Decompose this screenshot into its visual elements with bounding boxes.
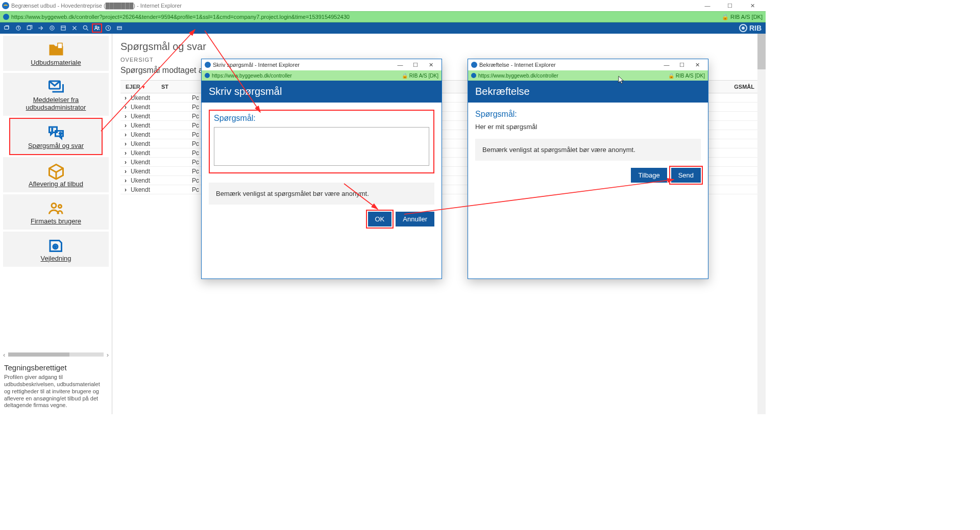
popup2-close-button[interactable]: ✕ (690, 60, 705, 70)
popup1-close-button[interactable]: ✕ (423, 60, 438, 70)
svg-rect-0 (5, 27, 9, 30)
toolbar-btn-4[interactable] (36, 23, 46, 33)
ok-button[interactable]: OK (368, 212, 392, 226)
popup2-url: https://www.byggeweb.dk/controller (478, 73, 668, 79)
expand-icon[interactable]: › (120, 186, 131, 193)
toolbar-btn-5[interactable] (47, 23, 57, 33)
popup1-url: https://www.byggeweb.dk/controller (212, 73, 402, 79)
popup-confirm: Bekræftelse - Internet Explorer — ☐ ✕ ht… (468, 59, 708, 279)
popup1-notice: Bemærk venligst at spørgsmålet bør være … (209, 183, 434, 205)
page-title: Spørgsmål og svar (112, 34, 766, 55)
users-icon (47, 199, 65, 216)
expand-icon[interactable]: › (120, 113, 131, 120)
back-button[interactable]: Tilbage (631, 168, 667, 183)
question-textarea[interactable] (214, 127, 429, 166)
toolbar-btn-8[interactable] (81, 23, 91, 33)
app-toolbar: RIB (0, 22, 766, 34)
help-icon: ? (47, 237, 65, 253)
popup1-address-bar: https://www.byggeweb.dk/controller 🔒 RIB… (202, 70, 442, 81)
maximize-button[interactable]: ☐ (719, 1, 741, 11)
cell-owner: Ukendt (131, 186, 192, 193)
address-bar: https://www.byggeweb.dk/controller?proje… (0, 11, 766, 22)
popup2-max-button[interactable]: ☐ (674, 60, 690, 70)
expand-icon[interactable]: › (120, 168, 131, 175)
expand-icon[interactable]: › (120, 140, 131, 147)
svg-point-14 (52, 203, 56, 208)
popup2-label: Spørgsmål: (475, 110, 701, 119)
ie-logo-icon (471, 62, 477, 68)
qaspeech-icon: !? (47, 124, 65, 140)
lock-icon: 🔒 (668, 73, 674, 79)
brand: RIB (739, 24, 762, 32)
toolbar-btn-11[interactable] (114, 23, 125, 33)
question-input-frame: Spørgsmål: (209, 110, 434, 173)
col-ejer[interactable]: EJER▼ (120, 84, 161, 90)
popup1-min-button[interactable]: — (393, 60, 408, 70)
sidebar-item-label: Vejledning (6, 255, 106, 263)
sidebar-item-label: Meddelelser fra udbudsadministrator (6, 96, 106, 112)
expand-icon[interactable]: › (120, 149, 131, 157)
toolbar-btn-2[interactable] (13, 23, 23, 33)
toolbar-btn-10[interactable] (103, 23, 113, 33)
sidebar-item-label: Firmaets brugere (6, 218, 106, 225)
sidebar-item-4[interactable]: Firmaets brugere (3, 194, 109, 230)
expand-icon[interactable]: › (120, 122, 131, 129)
ie-logo-icon (2, 2, 9, 9)
toolbar-btn-3[interactable] (24, 23, 35, 33)
svg-text:?: ? (59, 131, 62, 136)
toolbar-btn-write-question[interactable] (92, 23, 102, 33)
popup2-sample-text: Her er mit spørgsmål (475, 123, 701, 131)
close-button[interactable]: ✕ (741, 1, 764, 11)
expand-icon[interactable]: › (120, 94, 131, 102)
toolbar-btn-1[interactable] (2, 23, 12, 33)
scroll-left-icon[interactable]: ‹ (3, 351, 5, 359)
svg-rect-4 (61, 26, 65, 30)
window-title: Begrænset udbud - Hovedentreprise (█████… (11, 3, 182, 9)
toolbar-btn-7[interactable] (69, 23, 80, 33)
svg-point-7 (98, 27, 99, 28)
expand-icon[interactable]: › (120, 104, 131, 111)
sidebar-footer-title: Tegningsberettiget (0, 358, 112, 374)
popup2-title: Bekræftelse - Internet Explorer (479, 62, 556, 68)
popup1-max-button[interactable]: ☐ (408, 60, 423, 70)
sidebar-item-0[interactable]: Udbudsmateriale (3, 36, 109, 71)
sidebar-item-2[interactable]: !?Spørgsmål og svar (9, 118, 103, 155)
popup2-min-button[interactable]: — (659, 60, 674, 70)
svg-text:?: ? (54, 244, 56, 249)
sidebar-item-5[interactable]: ?Vejledning (3, 232, 109, 267)
url-text[interactable]: https://www.byggeweb.dk/controller?proje… (11, 14, 722, 20)
cancel-button[interactable]: Annuller (396, 212, 434, 226)
sidebar-item-label: Aflevering af tilbud (6, 181, 106, 188)
ie-logo-icon (205, 62, 211, 68)
cell-owner: Ukendt (131, 94, 192, 102)
expand-icon[interactable]: › (120, 131, 131, 138)
popup1-titlebar: Skriv spørgsmål - Internet Explorer — ☐ … (202, 59, 442, 70)
svg-point-5 (83, 26, 87, 29)
lock-icon: 🔒 (402, 73, 408, 79)
expand-icon[interactable]: › (120, 159, 131, 166)
popup2-address-bar: https://www.byggeweb.dk/controller 🔒 RIB… (468, 70, 708, 81)
cell-owner: Ukendt (131, 113, 192, 120)
cell-owner: Ukendt (131, 159, 192, 166)
svg-point-6 (95, 26, 97, 28)
cert-badge: 🔒RIB A/S [DK] (722, 14, 763, 20)
sidebar-item-3[interactable]: Aflevering af tilbud (3, 157, 109, 192)
toolbar-btn-6[interactable] (58, 23, 68, 33)
send-button[interactable]: Send (671, 168, 701, 183)
scroll-right-icon[interactable]: › (107, 351, 109, 359)
svg-rect-10 (58, 43, 62, 49)
popup1-title: Skriv spørgsmål - Internet Explorer (213, 62, 300, 68)
popup1-label: Spørgsmål: (214, 114, 429, 123)
sidebar-item-1[interactable]: Meddelelser fra udbudsadministrator (3, 73, 109, 116)
popup2-titlebar: Bekræftelse - Internet Explorer — ☐ ✕ (468, 59, 708, 70)
minimize-button[interactable]: — (696, 1, 719, 11)
folder-icon (47, 41, 65, 57)
main-vert-scroll[interactable] (757, 34, 766, 414)
expand-icon[interactable]: › (120, 177, 131, 184)
popup2-cert: RIB A/S [DK] (676, 73, 705, 79)
cell-owner: Ukendt (131, 168, 192, 175)
package-icon (47, 162, 65, 179)
svg-rect-2 (27, 26, 31, 30)
sidebar-horiz-scroll[interactable]: ‹ › (0, 351, 112, 358)
popup2-notice: Bemærk venligst at spørgsmålet bør være … (475, 139, 701, 161)
